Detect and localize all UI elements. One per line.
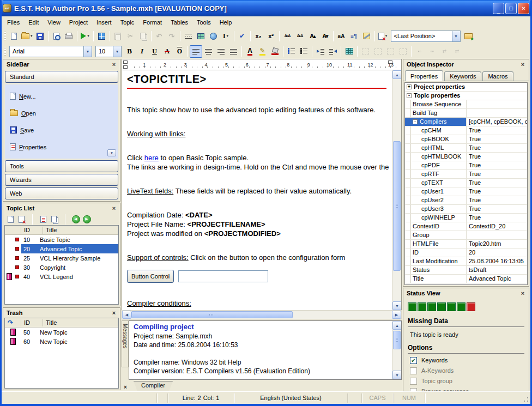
- option-row[interactable]: A-Keywords: [410, 367, 524, 374]
- property-value[interactable]: 20: [466, 249, 527, 257]
- property-row[interactable]: + Project properties: [405, 83, 527, 92]
- subscript-button[interactable]: x₂: [252, 30, 265, 43]
- chevron-down-icon[interactable]: ▼: [83, 46, 92, 57]
- chevron-down-icon[interactable]: ▼: [113, 46, 121, 57]
- frame-button-2[interactable]: [372, 45, 384, 58]
- checkbox[interactable]: [410, 378, 417, 385]
- checkbox[interactable]: ✔: [410, 357, 417, 364]
- project-file-field[interactable]: <PROJECTFILENAME>: [188, 220, 265, 228]
- property-value[interactable]: [466, 109, 527, 117]
- property-row[interactable]: ID 20: [405, 249, 527, 257]
- margin-marker[interactable]: [123, 65, 128, 69]
- margin-marker[interactable]: [123, 60, 128, 64]
- editor-horizontal-scrollbar[interactable]: ◀ ▶: [122, 310, 402, 319]
- table-row[interactable]: 25 VCL Hierarchy Sample: [5, 253, 118, 263]
- expand-box-icon[interactable]: +: [407, 84, 412, 89]
- scroll-right-icon[interactable]: ▶: [392, 311, 401, 319]
- sidebar-group-standard[interactable]: Standard: [5, 71, 118, 83]
- hyperlink-button[interactable]: [207, 30, 220, 43]
- text-cursor-button[interactable]: I ▾: [220, 30, 232, 43]
- toolbar-grip[interactable]: [4, 47, 6, 56]
- property-row[interactable]: - Topic properties: [405, 92, 527, 100]
- tab-compiler[interactable]: Compiler: [134, 381, 173, 391]
- print-button[interactable]: [63, 30, 75, 43]
- paste-button[interactable]: [112, 30, 124, 43]
- close-icon[interactable]: ×: [519, 289, 527, 297]
- table-row[interactable]: 30 Copyright: [5, 263, 118, 272]
- close-button[interactable]: ×: [518, 3, 529, 14]
- property-row[interactable]: - Compilers [cpCHM, cpEBOOK, cpH: [405, 118, 527, 126]
- property-value[interactable]: True: [466, 153, 527, 161]
- expand-box-icon[interactable]: -: [413, 119, 418, 124]
- property-row[interactable]: cpUser2 True: [405, 196, 527, 205]
- menu-item[interactable]: Help: [215, 16, 237, 28]
- property-value[interactable]: True: [466, 179, 527, 187]
- property-value[interactable]: True: [466, 187, 527, 196]
- structure-button-1[interactable]: ▪▫: [413, 45, 426, 58]
- font-size-combo[interactable]: 10 ▼: [95, 46, 122, 57]
- print-preview-button[interactable]: [50, 30, 63, 43]
- property-row[interactable]: cpRTF True: [405, 170, 527, 179]
- property-value[interactable]: True: [466, 214, 527, 222]
- change-case-button[interactable]: aA: [335, 30, 348, 43]
- close-icon[interactable]: ×: [122, 384, 129, 390]
- property-row[interactable]: cpHTML True: [405, 144, 527, 153]
- sidebar-group-tools[interactable]: Tools: [5, 160, 118, 172]
- sidebar-group-wizards[interactable]: Wizards: [5, 174, 118, 186]
- fill-color-button[interactable]: [269, 45, 281, 58]
- table-row[interactable]: 40 VCL Legend: [5, 272, 118, 281]
- property-value[interactable]: True: [466, 205, 527, 213]
- next-topic-button[interactable]: ▶: [81, 214, 92, 225]
- property-row[interactable]: Title Advanced Topic: [405, 275, 527, 283]
- property-row[interactable]: Group: [405, 231, 527, 240]
- checkbox[interactable]: [410, 367, 417, 374]
- property-row[interactable]: cpEBOOK True: [405, 135, 527, 144]
- property-value[interactable]: [466, 231, 527, 239]
- editor-content[interactable]: <TOPICTITLE> This topic show how to use …: [122, 70, 392, 310]
- frame-button-4[interactable]: [397, 45, 409, 58]
- menu-item[interactable]: Format: [138, 16, 166, 28]
- decrease-font-button[interactable]: A▸A: [294, 30, 306, 43]
- restore-icon[interactable]: ↷: [5, 319, 21, 326]
- property-row[interactable]: Status tsDraft: [405, 266, 527, 275]
- increase-indent-button[interactable]: [314, 45, 327, 58]
- paragraph-marks-button[interactable]: ≡¶: [348, 30, 360, 43]
- scroll-left-icon[interactable]: ◀: [122, 311, 131, 319]
- copy-button[interactable]: [137, 30, 149, 43]
- button-control[interactable]: Button Control: [127, 270, 174, 283]
- menu-item[interactable]: Topic: [116, 16, 139, 28]
- table-row[interactable]: 10 Basic Topic: [5, 235, 118, 244]
- property-value[interactable]: [cpCHM, cpEBOOK, cpH: [466, 118, 527, 126]
- messages-scrollbar[interactable]: ▲ ▼: [392, 321, 401, 379]
- open-last-position-button[interactable]: [462, 30, 475, 43]
- property-value[interactable]: Topic20.htm: [466, 240, 527, 248]
- sidebar-item-new[interactable]: New...: [5, 88, 118, 105]
- open-button[interactable]: ▾: [20, 30, 34, 43]
- margin-marker[interactable]: [388, 60, 392, 64]
- superscript-button[interactable]: x²: [265, 30, 277, 43]
- project-options-button[interactable]: [95, 30, 108, 43]
- column-title[interactable]: Title: [43, 227, 118, 234]
- project-modified-field[interactable]: <PROJECTMODIFIED>: [204, 229, 281, 238]
- property-value[interactable]: True: [466, 161, 527, 169]
- property-row[interactable]: cpUser3 True: [405, 205, 527, 214]
- property-row[interactable]: Browse Sequence: [405, 100, 527, 109]
- property-row[interactable]: Last Modification 25.08.2004 16:13:05: [405, 257, 527, 266]
- property-value[interactable]: Advanced Topic: [466, 275, 527, 283]
- toolbar-grip[interactable]: [4, 32, 6, 40]
- inspector-tab[interactable]: Properties: [405, 70, 443, 81]
- property-value[interactable]: True: [466, 135, 527, 143]
- scroll-up-icon[interactable]: ▲: [392, 321, 402, 330]
- insert-table-button[interactable]: [343, 45, 355, 58]
- increase-font-button[interactable]: A▸A: [281, 30, 294, 43]
- scrollbar-thumb[interactable]: [393, 331, 401, 349]
- highlight-button[interactable]: ✎: [256, 45, 269, 58]
- close-icon[interactable]: ×: [110, 204, 118, 212]
- topic-properties-button[interactable]: [38, 214, 49, 225]
- property-value[interactable]: True: [466, 196, 527, 204]
- property-row[interactable]: ContextID ContextID_20: [405, 222, 527, 231]
- option-row[interactable]: Topic group: [410, 377, 524, 385]
- undo-button[interactable]: ↶: [153, 30, 166, 43]
- property-row[interactable]: cpWINHELP True: [405, 214, 527, 222]
- last-position-combo[interactable]: <Last Position> ▼: [391, 31, 461, 42]
